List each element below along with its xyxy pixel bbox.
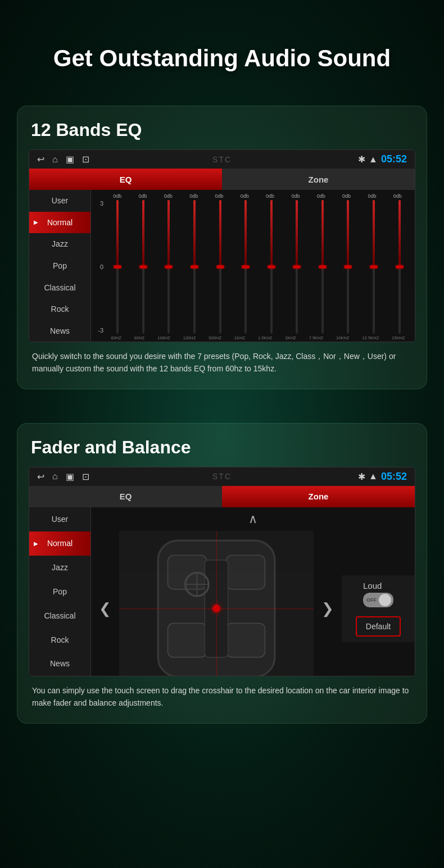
side-label-3: 3 (93, 200, 103, 207)
db-label-10: 0db (368, 193, 376, 199)
loud-label: Loud (363, 581, 393, 590)
fader-status-bar: ↩ ⌂ ▣ ⊡ STC ✱ ▲ 05:52 (29, 467, 415, 486)
fader-home-icon[interactable]: ⌂ (52, 471, 58, 481)
loud-toggle[interactable]: OFF (363, 593, 393, 607)
eq-description: Quickly switch to the sound you desire w… (29, 342, 415, 378)
right-arrow-icon: ❯ (321, 600, 334, 617)
fader-screenshot-icon[interactable]: ⊡ (82, 471, 89, 482)
eq-status-bar: ↩ ⌂ ▣ ⊡ STC ✱ ▲ 05:52 (29, 150, 415, 169)
fader-brand-text: STC (212, 472, 232, 481)
sidebar-item-rock[interactable]: Rock (29, 298, 90, 320)
screenshot-icon[interactable]: ⊡ (82, 154, 89, 165)
db-label-7: 0db (291, 193, 300, 199)
db-label-1: 0db (138, 193, 147, 199)
fader-status-left: ↩ ⌂ ▣ ⊡ (37, 471, 89, 482)
fader-window-icon[interactable]: ▣ (66, 471, 74, 482)
eq-bar-2[interactable] (132, 200, 156, 334)
fader-tab-eq[interactable]: EQ (29, 486, 222, 507)
eq-bar-12[interactable] (387, 200, 411, 334)
fader-description: You can simply use the touch screen to d… (29, 676, 415, 712)
eq-bar-4[interactable] (183, 200, 207, 334)
freq-1khz: 1KHZ (234, 335, 245, 340)
freq-15khz: 15KHZ (392, 335, 405, 340)
fader-sidebar-jazz[interactable]: Jazz (29, 556, 90, 580)
db-label-0: 0db (113, 193, 121, 199)
eq-status-right: ✱ ▲ 05:52 (358, 153, 407, 165)
up-arrow-icon: ∧ (248, 512, 257, 526)
fader-tab-bar: EQ Zone (29, 486, 415, 507)
fader-sidebar-rock[interactable]: Rock (29, 628, 90, 652)
side-label-0: 0 (93, 263, 103, 270)
eq-card: 12 Bands EQ ↩ ⌂ ▣ ⊡ STC ✱ ▲ 05:52 EQ Zon… (17, 106, 427, 389)
db-label-11: 0db (393, 193, 402, 199)
fader-arrow-up[interactable]: ∧ (91, 507, 415, 531)
eq-device-frame: ↩ ⌂ ▣ ⊡ STC ✱ ▲ 05:52 EQ Zone User Norma… (29, 149, 415, 342)
fader-back-icon[interactable]: ↩ (37, 471, 44, 482)
fader-car-image[interactable] (119, 531, 314, 676)
page-title: Get Outstanding Audio Sound (0, 0, 444, 106)
sidebar-item-normal[interactable]: Normal (29, 212, 90, 234)
fader-left-arrow[interactable]: ❮ (91, 600, 119, 617)
db-label-9: 0db (342, 193, 351, 199)
eq-bar-3[interactable] (157, 200, 181, 334)
sidebar-item-jazz[interactable]: Jazz (29, 233, 90, 255)
eq-bar-10[interactable] (336, 200, 360, 334)
fader-tab-zone[interactable]: Zone (222, 486, 415, 507)
eq-bar-6[interactable] (234, 200, 258, 334)
fader-sidebar-classical[interactable]: Classical (29, 603, 90, 628)
db-label-4: 0db (215, 193, 223, 199)
freq-80hz: 80HZ (134, 335, 144, 340)
fader-sidebar-pop[interactable]: Pop (29, 579, 90, 603)
fader-right-arrow[interactable]: ❯ (314, 600, 342, 617)
freq-60hz: 60HZ (111, 335, 121, 340)
wifi-icon: ▲ (369, 154, 378, 165)
freq-1-5khz: 1.5KHZ (258, 335, 272, 340)
tab-eq[interactable]: EQ (29, 169, 222, 190)
freq-12-5khz: 12.5KHZ (362, 335, 379, 340)
eq-main-area: User Normal Jazz Pop Classical Rock News… (29, 190, 415, 342)
db-label-2: 0db (164, 193, 173, 199)
fader-bluetooth-icon: ✱ (358, 471, 365, 482)
toggle-text: OFF (366, 597, 377, 603)
left-arrow-icon: ❮ (99, 600, 111, 617)
freq-500hz: 500HZ (209, 335, 221, 340)
home-icon[interactable]: ⌂ (52, 154, 58, 165)
eq-bar-8[interactable] (285, 200, 309, 334)
db-label-8: 0db (317, 193, 325, 199)
crosshair-dot (212, 605, 220, 612)
window-icon[interactable]: ▣ (66, 154, 74, 165)
sidebar-item-pop[interactable]: Pop (29, 255, 90, 277)
eq-bar-11[interactable] (362, 200, 386, 334)
fader-content: ∧ ❮ (91, 507, 415, 676)
svg-rect-4 (168, 623, 207, 657)
freq-2khz: 2KHZ (285, 335, 296, 340)
sidebar-item-user[interactable]: User (29, 190, 90, 212)
fader-card-title: Fader and Balance (29, 437, 415, 458)
fader-card: Fader and Balance ↩ ⌂ ▣ ⊡ STC ✱ ▲ 05:52 … (17, 423, 427, 724)
sidebar-item-news[interactable]: News (29, 320, 90, 342)
fader-sidebar-news[interactable]: News (29, 652, 90, 676)
eq-bar-9[interactable] (311, 200, 335, 334)
fader-device-frame: ↩ ⌂ ▣ ⊡ STC ✱ ▲ 05:52 EQ Zone User Norma… (29, 467, 415, 676)
eq-bar-1[interactable] (106, 200, 130, 334)
fader-sidebar-normal[interactable]: Normal (29, 531, 90, 556)
sidebar-item-classical[interactable]: Classical (29, 276, 90, 298)
eq-bar-7[interactable] (259, 200, 283, 334)
db-label-3: 0db (189, 193, 198, 199)
crosshair-vertical (216, 531, 217, 676)
fader-controls: Loud OFF Default (342, 575, 415, 642)
fader-sidebar-user[interactable]: User (29, 507, 90, 531)
eq-sidebar: User Normal Jazz Pop Classical Rock News (29, 190, 91, 342)
fader-sidebar: User Normal Jazz Pop Classical Rock News (29, 507, 91, 676)
tab-zone[interactable]: Zone (222, 169, 415, 190)
default-button[interactable]: Default (356, 616, 401, 637)
freq-120hz: 120HZ (183, 335, 196, 340)
fader-main-layout: User Normal Jazz Pop Classical Rock News… (29, 507, 415, 676)
freq-10khz: 10KHZ (336, 335, 349, 340)
freq-7-5khz: 7.5KHZ (309, 335, 323, 340)
fader-middle-row: ❮ (91, 531, 415, 676)
eq-time: 05:52 (381, 153, 407, 165)
db-label-5: 0db (241, 193, 249, 199)
back-icon[interactable]: ↩ (37, 154, 44, 165)
eq-bar-5[interactable] (208, 200, 232, 334)
